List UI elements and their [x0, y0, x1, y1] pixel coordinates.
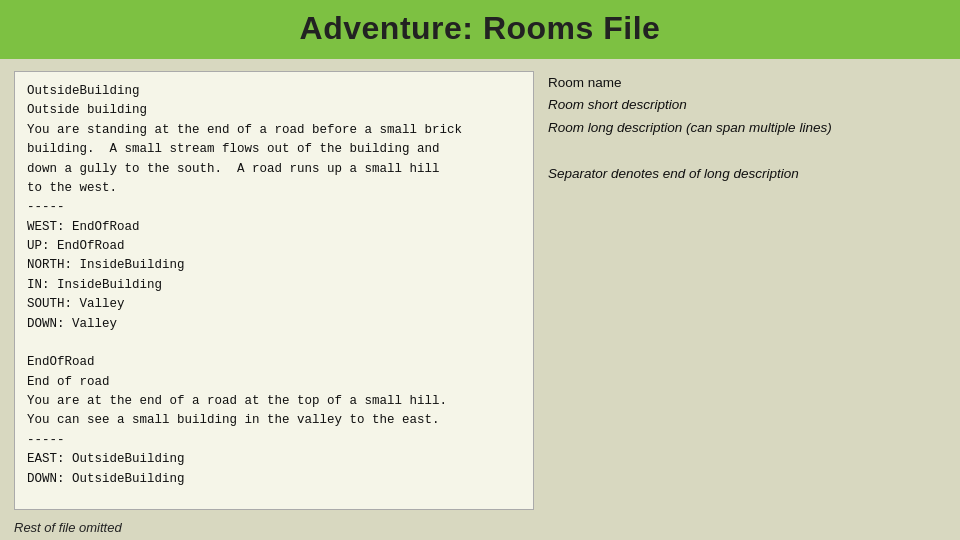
room-name-legend: Room name: [548, 73, 946, 93]
page-header: Adventure: Rooms File: [0, 0, 960, 59]
separator-legend: Separator denotes end of long descriptio…: [548, 166, 946, 181]
right-panel: Room name Room short description Room lo…: [548, 71, 946, 535]
legend-block: Room name Room short description Room lo…: [548, 73, 946, 138]
page-title: Adventure: Rooms File: [0, 10, 960, 47]
rest-of-file-label: Rest of file omitted: [14, 520, 534, 535]
room-short-desc-legend: Room short description: [548, 95, 946, 115]
code-block: OutsideBuilding Outside building You are…: [14, 71, 534, 510]
main-content: OutsideBuilding Outside building You are…: [0, 59, 960, 540]
left-panel: OutsideBuilding Outside building You are…: [14, 71, 534, 535]
room-long-desc-legend: Room long description (can span multiple…: [548, 118, 946, 138]
